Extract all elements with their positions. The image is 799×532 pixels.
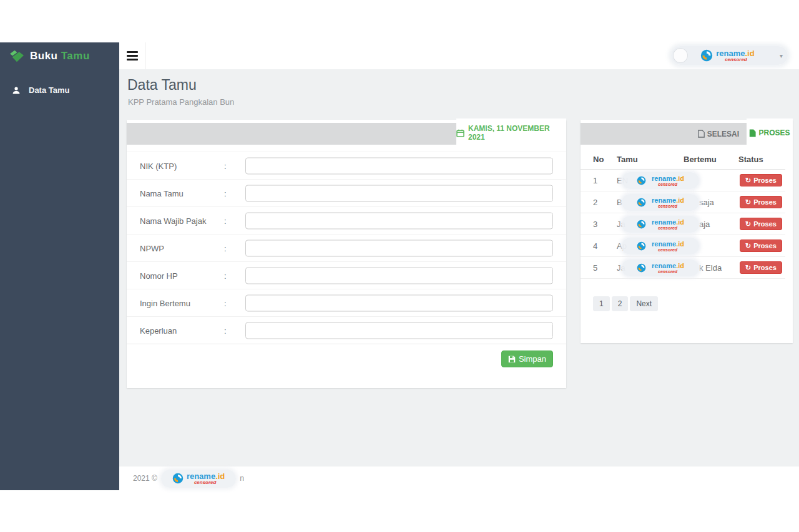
censor-watermark: rename.id censored — [622, 172, 699, 189]
table-row: 2 B saja rename.id censored — [581, 191, 785, 213]
save-icon — [508, 355, 516, 363]
censor-watermark: rename.id censored — [161, 470, 236, 488]
brand-leaf-icon — [9, 49, 24, 63]
refresh-icon: ↻ — [745, 177, 751, 184]
save-button[interactable]: Simpan — [501, 351, 553, 367]
guest-form-card: KAMIS, 11 NOVEMBER 2021 NIK (KTP) : Nama… — [127, 120, 566, 388]
form-row-npwp: NPWP : — [127, 234, 566, 261]
guest-form: NIK (KTP) : Nama Tamu : Nama Wajib Pajak… — [127, 152, 566, 344]
user-menu-censored[interactable]: rename.id censored ▾ — [671, 46, 788, 65]
table-header: No Tamu Bertemu Status — [581, 151, 785, 170]
refresh-icon: ↻ — [745, 243, 751, 249]
nama-wajib-pajak-input[interactable] — [245, 212, 553, 229]
proses-button[interactable]: ↻ Proses — [740, 196, 782, 208]
proses-button[interactable]: ↻ Proses — [740, 239, 782, 252]
guest-list-card: SELESAI PROSES No Tamu Bertemu Status — [581, 120, 793, 343]
file-filled-icon — [749, 129, 756, 137]
rename-id-logo-icon — [637, 220, 646, 229]
table-body: 1 EN rename.id censored — [581, 170, 785, 279]
rename-id-logo-icon — [172, 473, 184, 484]
table-row: 1 EN rename.id censored — [581, 170, 785, 191]
ingin-bertemu-input[interactable] — [245, 294, 553, 311]
censor-watermark: rename.id censored — [622, 194, 699, 211]
page-next-button[interactable]: Next — [630, 296, 658, 311]
sidebar: Buku Tamu Data Tamu — [0, 42, 119, 490]
footer-text-fragment: n — [240, 474, 244, 483]
npwp-input[interactable] — [245, 239, 553, 256]
page-subtitle: KPP Pratama Pangkalan Bun — [128, 97, 234, 107]
hamburger-icon — [127, 51, 138, 53]
page-1-button[interactable]: 1 — [593, 296, 610, 311]
brand: Buku Tamu — [0, 42, 119, 69]
form-row-ingin-bertemu: Ingin Bertemu : — [127, 289, 566, 316]
tab-proses[interactable]: PROSES — [747, 118, 793, 147]
form-row-nama-tamu: Nama Tamu : — [127, 179, 566, 206]
form-tab-strip — [127, 123, 456, 145]
nik-input[interactable] — [245, 157, 553, 174]
censor-watermark: rename.id censored — [622, 238, 699, 254]
table-row: 4 Ap rename.id censored — [581, 235, 785, 257]
rename-id-logo-icon — [637, 176, 646, 185]
refresh-icon: ↻ — [745, 221, 751, 228]
rename-id-logo-icon — [637, 263, 646, 273]
nama-tamu-input[interactable] — [245, 185, 553, 201]
proses-button[interactable]: ↻ Proses — [740, 261, 782, 274]
rename-id-logo-icon — [637, 198, 646, 207]
keperluan-input[interactable] — [245, 322, 553, 339]
form-row-nama-wajib-pajak: Nama Wajib Pajak : — [127, 206, 566, 234]
form-footer: Simpan — [127, 344, 566, 387]
date-tab: KAMIS, 11 NOVEMBER 2021 — [456, 118, 566, 147]
pagination: 1 2 Next — [593, 296, 658, 311]
form-row-keperluan: Keperluan : — [127, 316, 566, 344]
censor-watermark: rename.id censored — [622, 216, 699, 233]
refresh-icon: ↻ — [745, 199, 751, 206]
table-row: 3 Ja aja rename.id censored — [581, 213, 785, 235]
proses-button[interactable]: ↻ Proses — [740, 174, 782, 186]
page-2-button[interactable]: 2 — [612, 296, 629, 311]
list-tab-strip: SELESAI — [581, 123, 747, 145]
form-row-nik: NIK (KTP) : — [127, 152, 566, 179]
sidebar-toggle-button[interactable] — [119, 42, 145, 69]
footer-copyright: 2021 © — [133, 474, 157, 483]
rename-id-logo-icon — [637, 241, 646, 251]
date-tab-label: KAMIS, 11 NOVEMBER 2021 — [468, 124, 566, 142]
sidebar-item-data-tamu[interactable]: Data Tamu — [0, 79, 119, 101]
brand-title: Buku Tamu — [30, 50, 90, 62]
app-window: Buku Tamu Data Tamu — [0, 42, 799, 490]
proses-button[interactable]: ↻ Proses — [740, 218, 782, 230]
topbar: rename.id censored ▾ — [119, 42, 799, 69]
sidebar-item-label: Data Tamu — [29, 85, 70, 95]
content-area: Data Tamu KPP Pratama Pangkalan Bun KAMI… — [119, 69, 799, 467]
file-outline-icon — [698, 130, 705, 138]
page-title: Data Tamu — [127, 77, 197, 94]
rename-id-logo-icon — [700, 49, 713, 62]
tab-selesai[interactable]: SELESAI — [698, 130, 739, 138]
form-row-nomor-hp: Nomor HP : — [127, 261, 566, 289]
censor-watermark: rename.id censored — [622, 259, 699, 276]
calendar-icon — [456, 129, 464, 137]
censor-watermark: rename.id censored — [700, 49, 754, 62]
avatar — [673, 48, 688, 63]
refresh-icon: ↻ — [745, 264, 751, 271]
chevron-down-icon: ▾ — [780, 52, 783, 59]
nomor-hp-input[interactable] — [245, 267, 553, 284]
user-icon — [12, 86, 21, 95]
footer: 2021 © rename.id censored n — [119, 467, 799, 490]
table-row: 5 Ja k Elda rename.id censored — [581, 257, 785, 279]
